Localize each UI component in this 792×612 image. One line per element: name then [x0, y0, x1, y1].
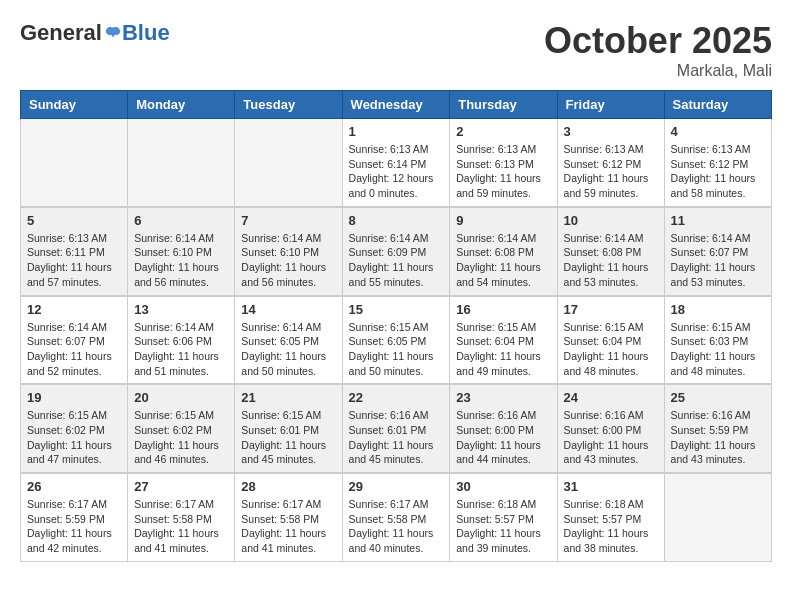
day-number: 11	[671, 213, 765, 228]
calendar-day-cell: 25Sunrise: 6:16 AMSunset: 5:59 PMDayligh…	[664, 384, 771, 473]
calendar-day-cell: 24Sunrise: 6:16 AMSunset: 6:00 PMDayligh…	[557, 384, 664, 473]
day-number: 15	[349, 302, 444, 317]
calendar-day-cell: 10Sunrise: 6:14 AMSunset: 6:08 PMDayligh…	[557, 207, 664, 296]
calendar-day-cell: 11Sunrise: 6:14 AMSunset: 6:07 PMDayligh…	[664, 207, 771, 296]
calendar-day-cell: 18Sunrise: 6:15 AMSunset: 6:03 PMDayligh…	[664, 296, 771, 385]
day-info: Sunrise: 6:15 AMSunset: 6:03 PMDaylight:…	[671, 320, 765, 379]
day-number: 18	[671, 302, 765, 317]
calendar-day-cell: 19Sunrise: 6:15 AMSunset: 6:02 PMDayligh…	[21, 384, 128, 473]
calendar-day-cell: 7Sunrise: 6:14 AMSunset: 6:10 PMDaylight…	[235, 207, 342, 296]
calendar-day-cell: 4Sunrise: 6:13 AMSunset: 6:12 PMDaylight…	[664, 119, 771, 207]
day-number: 25	[671, 390, 765, 405]
day-info: Sunrise: 6:13 AMSunset: 6:12 PMDaylight:…	[671, 142, 765, 201]
weekday-header-cell: Sunday	[21, 91, 128, 119]
calendar-day-cell: 1Sunrise: 6:13 AMSunset: 6:14 PMDaylight…	[342, 119, 450, 207]
day-number: 8	[349, 213, 444, 228]
day-info: Sunrise: 6:14 AMSunset: 6:10 PMDaylight:…	[241, 231, 335, 290]
day-info: Sunrise: 6:16 AMSunset: 6:01 PMDaylight:…	[349, 408, 444, 467]
day-info: Sunrise: 6:15 AMSunset: 6:05 PMDaylight:…	[349, 320, 444, 379]
weekday-header-cell: Thursday	[450, 91, 557, 119]
calendar-day-cell: 13Sunrise: 6:14 AMSunset: 6:06 PMDayligh…	[128, 296, 235, 385]
weekday-header-cell: Saturday	[664, 91, 771, 119]
calendar-week-row: 12Sunrise: 6:14 AMSunset: 6:07 PMDayligh…	[21, 296, 772, 385]
day-info: Sunrise: 6:17 AMSunset: 5:58 PMDaylight:…	[349, 497, 444, 556]
day-info: Sunrise: 6:16 AMSunset: 5:59 PMDaylight:…	[671, 408, 765, 467]
day-info: Sunrise: 6:17 AMSunset: 5:59 PMDaylight:…	[27, 497, 121, 556]
day-number: 30	[456, 479, 550, 494]
day-number: 23	[456, 390, 550, 405]
day-info: Sunrise: 6:16 AMSunset: 6:00 PMDaylight:…	[456, 408, 550, 467]
calendar-day-cell: 28Sunrise: 6:17 AMSunset: 5:58 PMDayligh…	[235, 473, 342, 561]
title-block: October 2025 Markala, Mali	[544, 20, 772, 80]
day-info: Sunrise: 6:14 AMSunset: 6:09 PMDaylight:…	[349, 231, 444, 290]
day-number: 5	[27, 213, 121, 228]
calendar-day-cell: 3Sunrise: 6:13 AMSunset: 6:12 PMDaylight…	[557, 119, 664, 207]
calendar-week-row: 5Sunrise: 6:13 AMSunset: 6:11 PMDaylight…	[21, 207, 772, 296]
day-number: 7	[241, 213, 335, 228]
weekday-header-cell: Friday	[557, 91, 664, 119]
day-info: Sunrise: 6:14 AMSunset: 6:08 PMDaylight:…	[564, 231, 658, 290]
calendar-day-cell	[235, 119, 342, 207]
day-number: 2	[456, 124, 550, 139]
day-info: Sunrise: 6:17 AMSunset: 5:58 PMDaylight:…	[241, 497, 335, 556]
weekday-header-cell: Wednesday	[342, 91, 450, 119]
calendar-day-cell: 27Sunrise: 6:17 AMSunset: 5:58 PMDayligh…	[128, 473, 235, 561]
day-info: Sunrise: 6:14 AMSunset: 6:07 PMDaylight:…	[27, 320, 121, 379]
calendar-day-cell: 31Sunrise: 6:18 AMSunset: 5:57 PMDayligh…	[557, 473, 664, 561]
logo-bird-icon	[104, 24, 122, 42]
calendar-day-cell: 22Sunrise: 6:16 AMSunset: 6:01 PMDayligh…	[342, 384, 450, 473]
day-info: Sunrise: 6:17 AMSunset: 5:58 PMDaylight:…	[134, 497, 228, 556]
calendar-day-cell: 30Sunrise: 6:18 AMSunset: 5:57 PMDayligh…	[450, 473, 557, 561]
calendar-day-cell: 16Sunrise: 6:15 AMSunset: 6:04 PMDayligh…	[450, 296, 557, 385]
day-number: 26	[27, 479, 121, 494]
month-title: October 2025	[544, 20, 772, 62]
day-number: 13	[134, 302, 228, 317]
day-number: 27	[134, 479, 228, 494]
day-info: Sunrise: 6:14 AMSunset: 6:10 PMDaylight:…	[134, 231, 228, 290]
calendar-day-cell: 12Sunrise: 6:14 AMSunset: 6:07 PMDayligh…	[21, 296, 128, 385]
day-number: 22	[349, 390, 444, 405]
day-info: Sunrise: 6:16 AMSunset: 6:00 PMDaylight:…	[564, 408, 658, 467]
day-number: 14	[241, 302, 335, 317]
logo-general: General	[20, 20, 102, 46]
calendar-day-cell: 9Sunrise: 6:14 AMSunset: 6:08 PMDaylight…	[450, 207, 557, 296]
calendar-day-cell: 15Sunrise: 6:15 AMSunset: 6:05 PMDayligh…	[342, 296, 450, 385]
day-number: 10	[564, 213, 658, 228]
day-number: 19	[27, 390, 121, 405]
day-number: 29	[349, 479, 444, 494]
day-number: 28	[241, 479, 335, 494]
day-info: Sunrise: 6:15 AMSunset: 6:02 PMDaylight:…	[27, 408, 121, 467]
day-number: 17	[564, 302, 658, 317]
day-info: Sunrise: 6:13 AMSunset: 6:11 PMDaylight:…	[27, 231, 121, 290]
calendar-table: SundayMondayTuesdayWednesdayThursdayFrid…	[20, 90, 772, 562]
calendar-week-row: 19Sunrise: 6:15 AMSunset: 6:02 PMDayligh…	[21, 384, 772, 473]
calendar-week-row: 1Sunrise: 6:13 AMSunset: 6:14 PMDaylight…	[21, 119, 772, 207]
day-number: 9	[456, 213, 550, 228]
calendar-day-cell	[128, 119, 235, 207]
calendar-day-cell: 21Sunrise: 6:15 AMSunset: 6:01 PMDayligh…	[235, 384, 342, 473]
calendar-day-cell: 20Sunrise: 6:15 AMSunset: 6:02 PMDayligh…	[128, 384, 235, 473]
weekday-header-cell: Tuesday	[235, 91, 342, 119]
calendar-day-cell: 5Sunrise: 6:13 AMSunset: 6:11 PMDaylight…	[21, 207, 128, 296]
day-number: 20	[134, 390, 228, 405]
calendar-day-cell: 6Sunrise: 6:14 AMSunset: 6:10 PMDaylight…	[128, 207, 235, 296]
day-info: Sunrise: 6:13 AMSunset: 6:12 PMDaylight:…	[564, 142, 658, 201]
logo-blue: Blue	[122, 20, 170, 46]
day-number: 4	[671, 124, 765, 139]
weekday-header-cell: Monday	[128, 91, 235, 119]
day-number: 21	[241, 390, 335, 405]
logo: General Blue	[20, 20, 170, 46]
calendar-week-row: 26Sunrise: 6:17 AMSunset: 5:59 PMDayligh…	[21, 473, 772, 561]
page-header: General Blue October 2025 Markala, Mali	[20, 20, 772, 80]
weekday-header-row: SundayMondayTuesdayWednesdayThursdayFrid…	[21, 91, 772, 119]
calendar-day-cell	[664, 473, 771, 561]
day-info: Sunrise: 6:18 AMSunset: 5:57 PMDaylight:…	[564, 497, 658, 556]
location: Markala, Mali	[544, 62, 772, 80]
calendar-day-cell: 23Sunrise: 6:16 AMSunset: 6:00 PMDayligh…	[450, 384, 557, 473]
day-info: Sunrise: 6:18 AMSunset: 5:57 PMDaylight:…	[456, 497, 550, 556]
day-info: Sunrise: 6:14 AMSunset: 6:07 PMDaylight:…	[671, 231, 765, 290]
day-info: Sunrise: 6:14 AMSunset: 6:06 PMDaylight:…	[134, 320, 228, 379]
day-number: 6	[134, 213, 228, 228]
day-info: Sunrise: 6:15 AMSunset: 6:01 PMDaylight:…	[241, 408, 335, 467]
day-info: Sunrise: 6:15 AMSunset: 6:02 PMDaylight:…	[134, 408, 228, 467]
